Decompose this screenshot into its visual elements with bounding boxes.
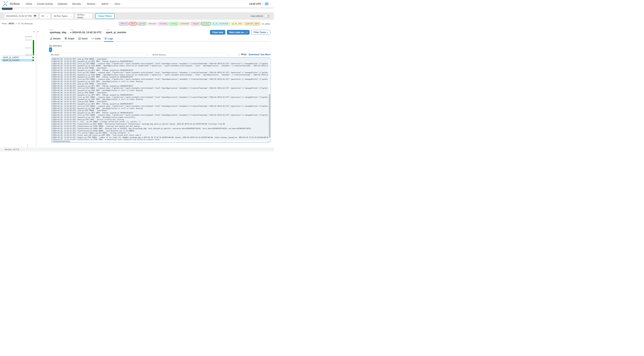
logs-icon	[104, 37, 107, 40]
tab-code[interactable]: Code	[91, 37, 101, 42]
file-source-select[interactable]: All File Sources⌄	[151, 53, 230, 57]
breadcrumb-run-label: Run	[70, 29, 102, 31]
task-state-square[interactable]	[32, 57, 34, 58]
caret-down-icon: ▾	[121, 3, 122, 5]
see-more-link[interactable]: See More	[260, 53, 270, 56]
chevron-down-icon: ⌄	[89, 15, 90, 17]
panel-divider[interactable]	[36, 30, 36, 147]
breadcrumb-dag-value[interactable]: sparkapp_dag	[50, 31, 66, 34]
caret-down-icon: ▾	[96, 3, 97, 5]
nav-security[interactable]: Security▾	[72, 3, 82, 5]
brand-link[interactable]: Airflow	[2, 1, 20, 7]
log-line: [2024-03-18, 13:42:53 UTC] {pyspark_pi.p…	[52, 112, 268, 114]
run-duration-bar[interactable]	[33, 40, 34, 55]
version-link[interactable]: v2.7.2	[13, 148, 19, 151]
state-badge[interactable]: removed	[147, 22, 157, 25]
shift-key: shift	[8, 22, 15, 25]
state-badge[interactable]: scheduled	[179, 22, 190, 25]
breadcrumb-task-label: Task	[106, 29, 126, 31]
navbar: Airflow DAGs Cluster Activity Datasets S…	[0, 0, 274, 8]
navbar-right: 13:52 UTC▾ AA ▾	[249, 2, 271, 6]
chevron-down-icon: ⌄	[70, 15, 72, 17]
filter-tasks-button[interactable]: Filter Tasks▾	[251, 30, 270, 35]
wrap-label: Wrap	[241, 53, 246, 56]
scroll-left-icon[interactable]: ◂	[52, 140, 52, 142]
nav-datasets[interactable]: Datasets	[58, 3, 67, 5]
log-line: [2024-03-18, 13:42:38 UTC] {rest.py:231}…	[52, 87, 268, 89]
auto-refresh-label: Auto-refresh	[250, 15, 263, 17]
tab-logs[interactable]: Logs	[104, 37, 113, 42]
log-lines: [2024-03-18, 13:42:23 UTC] {job.py:216} …	[52, 58, 268, 140]
nav-dags[interactable]: DAGs	[26, 3, 32, 5]
scroll-up-icon[interactable]: ▴	[269, 58, 269, 59]
state-badge[interactable]: up_for_retry	[230, 22, 243, 25]
log-line: [2024-03-18, 13:42:28 UTC] {pyspark_pi.p…	[52, 69, 268, 72]
state-badge-no-status[interactable]: no_status	[262, 23, 270, 25]
caret-down-icon: ▾	[109, 3, 110, 5]
log-line: [2024-03-18, 13:42:23 UTC] {job.py:216} …	[52, 58, 268, 60]
wrap-checkbox[interactable]	[238, 54, 240, 56]
avatar[interactable]: AA	[264, 2, 269, 6]
log-line: [2024-03-18, 13:42:48 UTC] {rest.py:231}…	[52, 105, 268, 107]
nav-docs[interactable]: Docs▾	[114, 3, 122, 5]
log-line: [2024-03-18, 13:42:33 UTC] {rest.py:231}…	[52, 78, 268, 80]
tab-gantt[interactable]: Gantt	[78, 37, 88, 42]
state-badge[interactable]: success	[201, 22, 210, 25]
horizontal-scrollbar[interactable]: ◂ ▸	[52, 140, 268, 142]
state-badge[interactable]: queued	[138, 22, 146, 25]
state-badge[interactable]: upstream_failed	[244, 22, 260, 25]
horizontal-scroll-thumb[interactable]	[53, 141, 70, 142]
state-badge[interactable]: restarting	[158, 22, 168, 25]
collapse-sidebar-icon[interactable]: «	[33, 30, 34, 33]
scrolled-partial-button[interactable]	[2, 8, 12, 10]
log-line: [2024-03-18, 13:42:48 UTC] {pyspark_pi.p…	[52, 107, 268, 110]
chevron-down-icon: ⌄	[228, 54, 229, 56]
download-link[interactable]: Download	[248, 53, 260, 56]
by-attempts-label: (by attempts)	[49, 45, 62, 47]
vertical-scroll-thumb[interactable]	[269, 94, 270, 138]
task-row-spark-pi-monitor[interactable]: spark_pi_monitor	[2, 59, 34, 62]
state-badge[interactable]: failed	[130, 22, 136, 25]
task-row-spark-pi-submit[interactable]: spark_pi_submit	[2, 56, 34, 59]
clear-task-button[interactable]: Clear task	[210, 30, 225, 35]
log-line: [2024-03-18, 13:42:53 UTC] {__init__.py:…	[52, 121, 268, 123]
calendar-icon	[34, 15, 36, 17]
attempt-1-button[interactable]: 1	[49, 47, 52, 52]
version-label: Version:	[4, 148, 12, 151]
nav-cluster-activity[interactable]: Cluster Activity	[37, 3, 53, 5]
clear-filters-button[interactable]: Clear Filters	[95, 13, 114, 19]
tab-graph[interactable]: Graph	[64, 37, 75, 42]
vertical-scrollbar[interactable]: ▴	[268, 58, 270, 140]
state-badge[interactable]: running	[169, 22, 178, 25]
gantt-icon	[78, 37, 81, 40]
breadcrumb-separator: /	[104, 31, 104, 34]
auto-refresh-control: Auto-refresh	[250, 12, 270, 20]
expand-panel-icon[interactable]: »	[37, 30, 38, 33]
task-state-square[interactable]	[32, 60, 34, 61]
log-line: [2024-03-18, 13:42:53 UTC] {taskinstance…	[52, 125, 268, 127]
state-badge[interactable]: up_for_reschedule	[211, 22, 230, 25]
log-line: [2024-03-18, 13:42:38 UTC] {pyspark_pi.p…	[52, 89, 268, 92]
nav-admin[interactable]: Admin▾	[102, 3, 110, 5]
breadcrumb-task-value[interactable]: spark_pi_monitor	[106, 31, 126, 34]
graph-icon	[65, 37, 67, 40]
page-size-select[interactable]: 25⌄	[40, 13, 50, 19]
base-date-input[interactable]: 03/18/2024, 01:52:47 PM	[4, 13, 38, 19]
log-line: [2024-03-18, 13:42:33 UTC] {pyspark_pi.p…	[52, 80, 268, 83]
tab-details[interactable]: Details	[50, 37, 61, 42]
state-badge[interactable]: deferred	[119, 22, 128, 25]
airflow-app: Airflow DAGs Cluster Activity Datasets S…	[0, 0, 274, 151]
log-line: [2024-03-18, 13:42:43 UTC] {pyspark_pi.p…	[52, 94, 268, 96]
run-types-select[interactable]: All Run Types⌄	[52, 13, 73, 19]
scroll-right-icon[interactable]: ▸	[268, 140, 268, 142]
breadcrumb-run-value[interactable]: ▶ 2024-03-18, 13:42:16 UTC	[70, 31, 102, 34]
state-badge[interactable]: skipped	[191, 22, 200, 25]
airflow-logo-icon	[2, 1, 8, 7]
nav-browse[interactable]: Browse▾	[87, 3, 97, 5]
caret-down-icon: ▾	[270, 3, 271, 5]
log-level-select[interactable]: All Levels⌄	[49, 53, 149, 57]
auto-refresh-toggle[interactable]	[264, 15, 270, 18]
mark-state-button[interactable]: Mark state as...▾	[227, 30, 250, 35]
timezone-selector[interactable]: 13:52 UTC▾	[249, 3, 263, 5]
run-states-select[interactable]: All Run States⌄	[75, 13, 92, 19]
